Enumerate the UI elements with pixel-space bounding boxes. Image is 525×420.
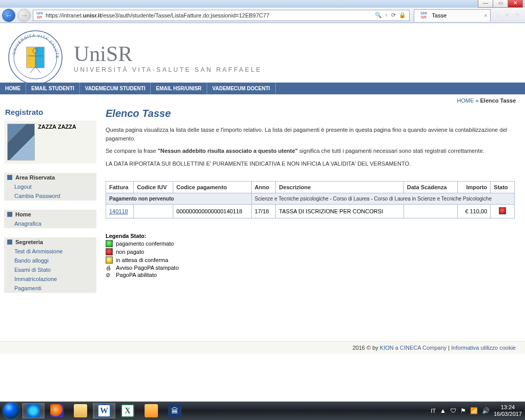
col-importo: Importo	[457, 182, 491, 193]
sidebar-logout[interactable]: Logout	[4, 182, 96, 191]
nav-vademecum-studenti[interactable]: VADEMECUM STUDENTI	[80, 83, 151, 94]
footer-kion-link[interactable]: KION a CINECA Company	[380, 345, 447, 351]
printer-icon: 🖨	[106, 265, 113, 271]
intro-text-1: Questa pagina visualizza la lista delle …	[106, 126, 515, 143]
user-status: Registrato	[4, 106, 96, 121]
window-close[interactable]: ✕	[508, 0, 523, 8]
col-stato: Stato	[491, 182, 515, 193]
nav-forward[interactable]: →	[17, 9, 31, 22]
col-scadenza: Data Scadenza	[403, 182, 457, 193]
breadcrumb-current: Elenco Tasse	[480, 97, 516, 104]
legend: Legenda Stato: pagamento confermato non …	[106, 233, 515, 278]
tray-up-icon[interactable]: ▲	[440, 407, 446, 414]
brand-title: UniSR	[74, 42, 262, 66]
status-pending-icon	[106, 256, 113, 264]
fees-table: Fattura Codice IUV Codice pagamento Anno…	[106, 181, 515, 218]
lock-icon: 🔒	[399, 12, 406, 18]
taskbar-outlook[interactable]	[140, 403, 163, 418]
page-title: Elenco Tasse	[106, 108, 515, 119]
favorites-icon[interactable]: ★	[504, 12, 510, 18]
taskbar-firefox[interactable]	[46, 403, 68, 418]
footer-cookie-link[interactable]: Informativa utilizzo cookie	[451, 345, 516, 351]
sidebar-cambia-password[interactable]: Cambia Password	[4, 191, 96, 201]
user-name: ZAZZA ZAZZA	[38, 124, 76, 161]
breadcrumb: HOME » Elenco Tasse	[0, 94, 525, 104]
col-descrizione: Descrizione	[276, 182, 403, 193]
tray-language[interactable]: IT	[431, 408, 436, 414]
tray-volume-icon[interactable]: 🔊	[482, 407, 490, 414]
col-codice-pagamento: Codice pagamento	[173, 182, 252, 193]
window-minimize[interactable]: —	[478, 0, 493, 8]
table-group-header: Pagamento non pervenuto Scienze e Tecnic…	[106, 193, 515, 205]
sidebar-section-area-riservata[interactable]: Area Riservata	[4, 173, 96, 182]
favicon-icon: UniSR	[419, 11, 428, 19]
tray-shield-icon[interactable]: 🛡	[450, 407, 456, 414]
taskbar-excel[interactable]: X	[116, 403, 139, 418]
avatar	[7, 124, 35, 161]
favicon-icon: UniSR	[35, 11, 44, 19]
refresh-icon[interactable]: ⟳	[391, 12, 396, 18]
intro-text-3: LA DATA RIPORTATA SUI BOLLETTINI E' PURA…	[106, 159, 515, 168]
user-box: ZAZZA ZAZZA	[4, 121, 96, 164]
system-tray: IT ▲ 🛡 ⚑ 📶 🔊 13:24 16/03/2017	[431, 404, 524, 417]
intro-text-2: Se compare la frase "Nessun addebito ris…	[106, 147, 515, 155]
sidebar-bando-alloggi[interactable]: Bando alloggi	[4, 256, 96, 265]
url-text: https://intranet.unisr.it/esse3/auth/stu…	[46, 12, 372, 18]
nav-vademecum-docenti[interactable]: VADEMECUM DOCENTI	[207, 83, 276, 94]
brand-subtitle: UNIVERSITÀ VITA-SALUTE SAN RAFFAELE	[74, 66, 262, 73]
taskbar-explorer[interactable]	[69, 403, 92, 418]
home-icon[interactable]: ⌂	[496, 12, 499, 18]
col-anno: Anno	[251, 182, 276, 193]
main-content: Elenco Tasse Questa pagina visualizza la…	[96, 106, 521, 293]
sidebar: Registrato ZAZZA ZAZZA Area Riservata Lo…	[4, 106, 96, 293]
windows-taskbar: W X 🏛 IT ▲ 🛡 ⚑ 📶 🔊 13:24 16/03/2017	[0, 402, 525, 420]
footer: 2016 © by KION a CINECA Company | Inform…	[0, 341, 525, 354]
sidebar-section-segreteria[interactable]: Segreteria	[4, 237, 96, 247]
breadcrumb-home[interactable]: HOME	[457, 97, 474, 104]
browser-tab[interactable]: UniSR Tasse ×	[414, 9, 491, 22]
sidebar-test-ammissione[interactable]: Test di Ammissione	[4, 247, 96, 256]
nav-email-studenti[interactable]: EMAIL STUDENTI	[26, 83, 80, 94]
table-row: 140118 000000000000000140118 17/18 TASSA…	[106, 205, 515, 218]
address-bar[interactable]: UniSR https://intranet.unisr.it/esse3/au…	[33, 10, 410, 21]
nav-home[interactable]: HOME	[0, 83, 26, 94]
nav-back[interactable]: ←	[2, 9, 15, 22]
tools-icon[interactable]: ⚙	[515, 12, 520, 18]
taskbar-word[interactable]: W	[93, 403, 115, 418]
sidebar-pagamenti[interactable]: Pagamenti	[4, 284, 96, 293]
tray-network-icon[interactable]: 📶	[470, 407, 478, 414]
taskbar-ie[interactable]	[22, 403, 45, 418]
window-titlebar: — ▭ ✕	[0, 0, 525, 8]
sidebar-immatricolazione[interactable]: Immatricolazione	[4, 274, 96, 284]
legend-title: Legenda Stato:	[106, 233, 515, 239]
tab-close-icon[interactable]: ×	[484, 12, 487, 18]
col-fattura: Fattura	[106, 182, 134, 193]
tray-flag-icon[interactable]: ⚑	[460, 407, 466, 414]
window-maximize[interactable]: ▭	[493, 0, 508, 8]
university-logo: UNIVERSITÀ VITA-SALUTE SAN	[7, 29, 64, 86]
svg-rect-3	[27, 47, 35, 68]
sidebar-section-home[interactable]: Home	[4, 210, 96, 219]
taskbar-app[interactable]: 🏛	[164, 403, 186, 418]
invoice-link[interactable]: 140118	[109, 208, 128, 214]
tray-clock[interactable]: 13:24 16/03/2017	[494, 404, 522, 417]
col-iuv: Codice IUV	[134, 182, 173, 193]
tab-title: Tasse	[432, 12, 447, 18]
status-unpaid-icon	[106, 248, 113, 255]
start-button[interactable]	[1, 402, 22, 420]
sidebar-anagrafica[interactable]: Anagrafica	[4, 219, 96, 228]
status-unpaid-icon	[499, 207, 506, 214]
svg-rect-4	[35, 47, 44, 68]
status-confirmed-icon	[106, 240, 113, 247]
nav-email-hsr[interactable]: EMAIL HSR/UNISR	[151, 83, 207, 94]
search-icon[interactable]: 🔍	[375, 12, 382, 18]
top-navigation: HOME EMAIL STUDENTI VADEMECUM STUDENTI E…	[0, 83, 525, 94]
site-header: UNIVERSITÀ VITA-SALUTE SAN UniSR UNIVERS…	[0, 23, 525, 86]
browser-toolbar: ← → UniSR https://intranet.unisr.it/esse…	[0, 8, 525, 23]
pagopa-icon: ⊘	[106, 272, 113, 278]
sidebar-esami-stato[interactable]: Esami di Stato	[4, 265, 96, 274]
